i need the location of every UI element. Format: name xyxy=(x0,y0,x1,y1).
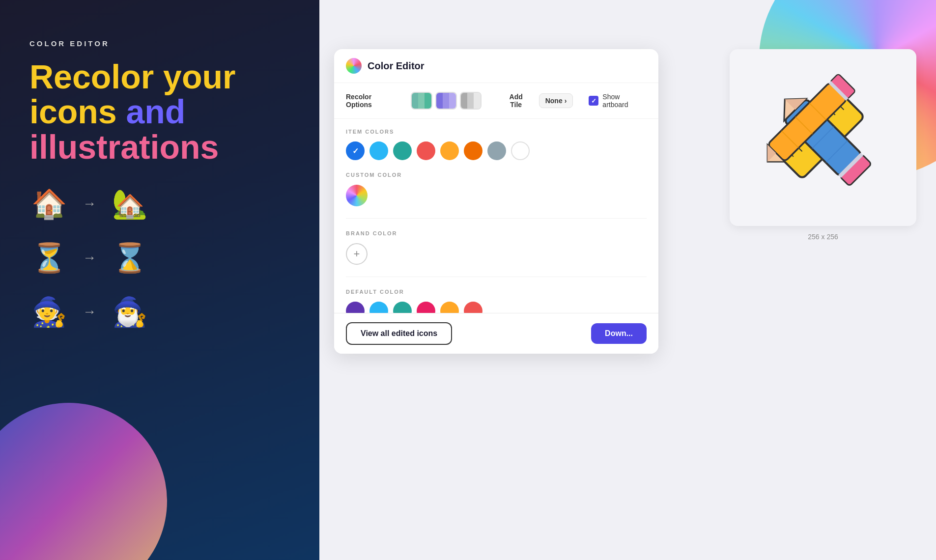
icon-examples: 🏠 → 🏡 ⏳ → ⌛ 🧙 → 🧙‍♂️ xyxy=(29,184,290,332)
icon-house-after: 🏡 xyxy=(110,184,149,224)
custom-color-wheel[interactable] xyxy=(346,185,368,206)
brand-color-label: BRAND COLOR xyxy=(346,230,647,236)
left-panel: COLOR EDITOR Recolor your icons and illu… xyxy=(0,0,319,560)
icon-row-house: 🏠 → 🏡 xyxy=(29,184,290,224)
color-dot-orange[interactable] xyxy=(440,141,459,160)
icon-wizard-after: 🧙‍♂️ xyxy=(110,292,149,332)
heading-word-icons: icons xyxy=(29,93,126,130)
recolor-options-label: Recolor Options xyxy=(346,93,399,109)
color-dot-gray[interactable] xyxy=(487,141,506,160)
palette-swatch-1[interactable] xyxy=(411,92,432,110)
preview-panel: 256 x 256 xyxy=(720,49,926,241)
show-artboard-label: Show artboard xyxy=(602,93,647,109)
palette-swatch-3[interactable] xyxy=(460,92,482,110)
main-heading: Recolor your icons and illustrations xyxy=(29,59,290,165)
custom-color-label: CUSTOM COLOR xyxy=(346,172,647,178)
add-tile-button[interactable]: Add Tile xyxy=(497,90,535,112)
icon-house-before: 🏠 xyxy=(29,184,69,224)
palette-swatch-2[interactable] xyxy=(435,92,457,110)
icon-row-hourglass: ⏳ → ⌛ xyxy=(29,238,290,278)
preview-size-label: 256 x 256 xyxy=(808,233,838,241)
item-colors-section: ITEM COLORS xyxy=(346,129,647,160)
item-color-dots xyxy=(346,141,647,160)
show-artboard-area: Show artboard xyxy=(589,93,647,109)
arrow-1: → xyxy=(83,196,96,212)
chevron-right-icon: › xyxy=(565,97,567,105)
palette-swatches xyxy=(411,92,482,110)
icon-hourglass-after: ⌛ xyxy=(110,238,149,278)
card-header: Color Editor xyxy=(334,49,658,83)
color-editor-card: Color Editor Recolor Options xyxy=(334,49,658,354)
color-dot-white[interactable] xyxy=(511,141,530,160)
card-title: Color Editor xyxy=(368,60,425,72)
arrow-2: → xyxy=(83,250,96,266)
icon-hourglass-before: ⏳ xyxy=(29,238,69,278)
item-colors-label: ITEM COLORS xyxy=(346,129,647,135)
right-panel: Color Editor Recolor Options xyxy=(319,0,936,560)
pencil-ruler-illustration xyxy=(749,64,897,211)
brand-color-section: BRAND COLOR + xyxy=(346,230,647,277)
preview-box xyxy=(730,49,916,226)
color-dot-green[interactable] xyxy=(393,141,412,160)
heading-word-recolor: Recolor your xyxy=(29,58,235,95)
custom-color-section: CUSTOM COLOR xyxy=(346,172,647,219)
background-blob xyxy=(0,403,167,560)
default-color-label: DEFAULT COLOR xyxy=(346,289,647,295)
color-dot-red-orange[interactable] xyxy=(464,141,482,160)
add-tile-area: Add Tile None › xyxy=(497,90,573,112)
heading-word-and: and xyxy=(126,93,186,130)
color-dot-blue[interactable] xyxy=(346,141,365,160)
icon-wizard-before: 🧙 xyxy=(29,292,69,332)
left-content: COLOR EDITOR Recolor your icons and illu… xyxy=(0,0,319,371)
toolbar-row: Recolor Options xyxy=(334,83,658,119)
show-artboard-checkbox[interactable] xyxy=(589,96,598,106)
subtitle-label: COLOR EDITOR xyxy=(29,39,290,48)
add-brand-color-button[interactable]: + xyxy=(346,243,368,265)
view-all-button[interactable]: View all edited icons xyxy=(346,322,452,345)
color-dot-pink[interactable] xyxy=(417,141,435,160)
none-label: None xyxy=(545,97,563,105)
arrow-3: → xyxy=(83,304,96,320)
bottom-bar: View all edited icons Down... xyxy=(334,313,658,354)
icon-row-wizard: 🧙 → 🧙‍♂️ xyxy=(29,292,290,332)
heading-word-illustrations: illustrations xyxy=(29,128,219,166)
download-button[interactable]: Down... xyxy=(591,323,647,344)
none-dropdown[interactable]: None › xyxy=(539,93,573,108)
app-logo xyxy=(346,58,362,74)
color-dot-cyan[interactable] xyxy=(369,141,388,160)
